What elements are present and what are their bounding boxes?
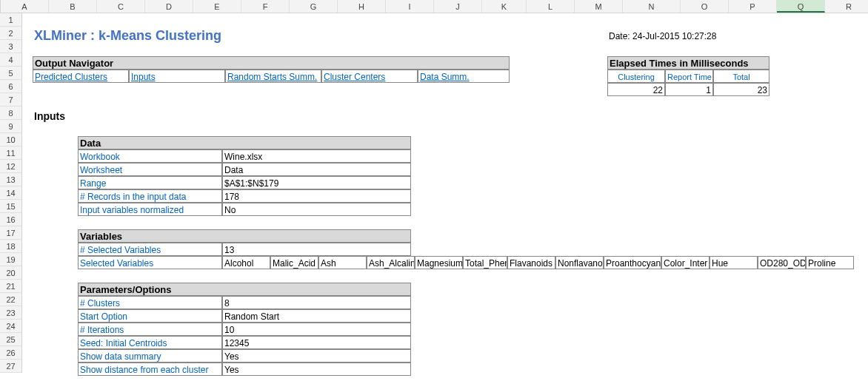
col-header-g[interactable]: G <box>290 0 338 13</box>
params-value-show-summ: Yes <box>222 349 411 363</box>
data-value-normalized: No <box>222 203 411 216</box>
row-header-6[interactable]: 6 <box>0 80 21 93</box>
selected-var-5: Total_Phen <box>463 256 507 269</box>
col-header-k[interactable]: K <box>482 0 527 13</box>
data-label-workbook: Workbook <box>78 149 222 163</box>
row-header-27[interactable]: 27 <box>0 360 21 373</box>
row-header-14[interactable]: 14 <box>0 186 21 200</box>
data-label-range: Range <box>78 176 222 189</box>
selected-var-8: Proanthocyanins <box>604 256 661 269</box>
row-header-15[interactable]: 15 <box>0 200 21 213</box>
row-header-7[interactable]: 7 <box>0 93 21 107</box>
row-header-8[interactable]: 8 <box>0 107 21 120</box>
col-header-n[interactable]: N <box>623 0 681 13</box>
elapsed-col-report: Report Time <box>665 70 713 83</box>
params-label-start: Start Option <box>78 309 222 323</box>
spreadsheet-content: XLMiner : k-Means Clustering Date: 24-Ju… <box>22 13 868 373</box>
data-value-records: 178 <box>222 189 411 203</box>
col-header-m[interactable]: M <box>575 0 623 13</box>
row-header-9[interactable]: 9 <box>0 120 21 133</box>
selected-var-7: Nonflavano <box>555 256 604 269</box>
col-header-o[interactable]: O <box>681 0 729 13</box>
selected-var-2: Ash <box>318 256 367 269</box>
date-label: Date: 24-Jul-2015 10:27:28 <box>607 30 829 43</box>
row-header-12[interactable]: 12 <box>0 160 21 173</box>
data-section-header: Data <box>78 136 411 149</box>
output-navigator-header: Output Navigator <box>33 56 510 70</box>
col-header-c[interactable]: C <box>97 0 145 13</box>
row-header-19[interactable]: 19 <box>0 253 21 266</box>
row-header-24[interactable]: 24 <box>0 320 21 333</box>
inputs-section-title: Inputs <box>33 109 107 123</box>
params-value-show-dist: Yes <box>222 363 411 376</box>
selected-var-10: Hue <box>710 256 758 269</box>
row-header-10[interactable]: 10 <box>0 133 21 146</box>
col-header-i[interactable]: I <box>386 0 434 13</box>
row-header-4[interactable]: 4 <box>0 53 21 67</box>
params-value-iter: 10 <box>222 323 411 336</box>
col-header-p[interactable]: P <box>729 0 777 13</box>
selected-var-9: Color_Inter <box>661 256 710 269</box>
vars-sel-label: Selected Variables <box>78 256 222 269</box>
col-header-q[interactable]: Q <box>777 0 825 13</box>
row-header-17[interactable]: 17 <box>0 226 21 240</box>
params-label-show-dist: Show distance from each cluster <box>78 363 222 376</box>
col-header-e[interactable]: E <box>193 0 241 13</box>
row-header-22[interactable]: 22 <box>0 293 21 306</box>
col-header-b[interactable]: B <box>49 0 97 13</box>
row-header-20[interactable]: 20 <box>0 266 21 280</box>
vars-count-value: 13 <box>222 243 411 256</box>
page-title: XLMiner : k-Means Clustering <box>33 27 329 44</box>
row-header-25[interactable]: 25 <box>0 333 21 346</box>
col-header-r[interactable]: R <box>825 0 868 13</box>
col-header-h[interactable]: H <box>338 0 386 13</box>
params-value-seed: 12345 <box>222 336 411 349</box>
row-header-21[interactable]: 21 <box>0 280 21 293</box>
row-header-23[interactable]: 23 <box>0 306 21 320</box>
row-header-1[interactable]: 1 <box>0 13 21 27</box>
col-header-j[interactable]: J <box>434 0 482 13</box>
data-value-workbook: Wine.xlsx <box>222 149 411 163</box>
params-value-start: Random Start <box>222 309 411 323</box>
elapsed-col-clustering: Clustering Time <box>607 70 665 83</box>
link-random-starts-summ[interactable]: Random Starts Summ. <box>225 70 321 83</box>
link-predicted-clusters[interactable]: Predicted Clusters <box>33 70 129 83</box>
variables-section-header: Variables <box>78 229 411 243</box>
selected-var-11: OD280_OD <box>758 256 806 269</box>
link-cluster-centers[interactable]: Cluster Centers <box>321 70 418 83</box>
selected-var-1: Malic_Acid <box>270 256 318 269</box>
params-label-seed: Seed: Initial Centroids <box>78 336 222 349</box>
elapsed-val-clustering: 22 <box>607 83 665 96</box>
vars-count-label: # Selected Variables <box>78 243 222 256</box>
col-header-f[interactable]: F <box>241 0 290 13</box>
row-header-2[interactable]: 2 <box>0 27 21 40</box>
elapsed-val-report: 1 <box>665 83 713 96</box>
data-label-worksheet: Worksheet <box>78 163 222 176</box>
data-value-worksheet: Data <box>222 163 411 176</box>
row-header-26[interactable]: 26 <box>0 346 21 360</box>
row-header-13[interactable]: 13 <box>0 173 21 186</box>
row-header-18[interactable]: 18 <box>0 240 21 253</box>
row-headers: 1234567891011121314151617181920212223242… <box>0 13 22 373</box>
data-label-normalized: Input variables normalized <box>78 203 222 216</box>
selected-var-0: Alcohol <box>222 256 270 269</box>
params-label-iter: # Iterations <box>78 323 222 336</box>
link-inputs[interactable]: Inputs <box>129 70 225 83</box>
row-header-16[interactable]: 16 <box>0 213 21 226</box>
elapsed-times-header: Elapsed Times in Milliseconds <box>607 56 769 70</box>
row-header-3[interactable]: 3 <box>0 40 21 53</box>
col-header-a[interactable]: A <box>1 0 49 13</box>
params-section-header: Parameters/Options <box>78 283 411 296</box>
params-label-show-summ: Show data summary <box>78 349 222 363</box>
selected-var-4: Magnesium <box>415 256 463 269</box>
selected-var-12: Proline <box>806 256 854 269</box>
row-header-5[interactable]: 5 <box>0 67 21 80</box>
selected-var-3: Ash_Alcalin <box>367 256 415 269</box>
col-header-d[interactable]: D <box>145 0 193 13</box>
row-header-11[interactable]: 11 <box>0 146 21 160</box>
params-value-clusters: 8 <box>222 296 411 309</box>
elapsed-val-total: 23 <box>713 83 769 96</box>
elapsed-col-total: Total <box>713 70 769 83</box>
link-data-summ[interactable]: Data Summ. <box>418 70 510 83</box>
col-header-l[interactable]: L <box>527 0 575 13</box>
